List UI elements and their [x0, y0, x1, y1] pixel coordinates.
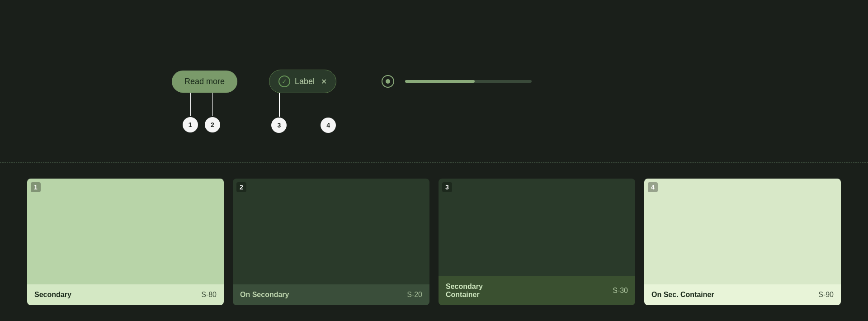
card-code-2: S-20: [407, 291, 422, 299]
card-top-1: [27, 179, 224, 284]
color-card-4: 4 On Sec. Container S-90: [644, 179, 841, 305]
read-more-button[interactable]: Read more: [172, 71, 237, 93]
annotation-3: 3: [271, 118, 287, 133]
card-number-3: 3: [442, 182, 452, 192]
radio-button[interactable]: [382, 75, 394, 88]
color-card-3: 3 Secondary Container S-30: [439, 179, 635, 305]
ann-line-1: [190, 93, 191, 116]
card-label-4: On Sec. Container: [651, 291, 714, 299]
card-bottom-4: On Sec. Container S-90: [644, 284, 841, 305]
annotation-1: 1: [183, 117, 198, 132]
chip-close-icon[interactable]: ✕: [321, 77, 327, 86]
filter-chip[interactable]: ✓ Label ✕: [269, 70, 336, 93]
card-code-3: S-30: [613, 287, 628, 295]
bottom-section: 1 Secondary S-80 2 On Secondary S-20 3 S…: [0, 163, 868, 321]
chip-label: Label: [295, 77, 315, 86]
controls-area: [382, 75, 532, 88]
ann-line-4: [328, 93, 329, 117]
card-number-1: 1: [31, 182, 41, 192]
ann-line-3: [279, 93, 280, 117]
annotation-4: 4: [321, 118, 336, 133]
slider-fill: [405, 80, 475, 83]
read-more-group: Read more 1 2: [172, 71, 237, 93]
card-label-3a: Secondary: [446, 283, 483, 291]
card-number-2: 2: [236, 182, 246, 192]
card-code-1: S-80: [201, 291, 217, 299]
card-top-3: [439, 179, 635, 276]
ann-line-2: [212, 93, 213, 116]
radio-inner: [386, 79, 390, 84]
chip-check-icon: ✓: [278, 76, 290, 87]
top-section: Read more 1 2 ✓ Label ✕ 3 4: [0, 0, 868, 163]
card-number-4: 4: [648, 182, 658, 192]
card-code-4: S-90: [818, 291, 834, 299]
card-top-4: [644, 179, 841, 284]
card-bottom-2: On Secondary S-20: [233, 284, 429, 305]
card-label-group-3: Secondary Container: [446, 283, 483, 299]
card-label-1: Secondary: [34, 291, 71, 299]
color-card-2: 2 On Secondary S-20: [233, 179, 429, 305]
slider-track[interactable]: [405, 80, 532, 83]
card-bottom-1: Secondary S-80: [27, 284, 224, 305]
card-bottom-3: Secondary Container S-30: [439, 276, 635, 305]
card-label-3b: Container: [446, 291, 483, 299]
section-divider: [0, 162, 868, 163]
annotation-2: 2: [205, 117, 220, 132]
chip-group: ✓ Label ✕ 3 4: [269, 70, 336, 93]
card-label-2: On Secondary: [240, 291, 289, 299]
color-card-1: 1 Secondary S-80: [27, 179, 224, 305]
card-top-2: [233, 179, 429, 284]
